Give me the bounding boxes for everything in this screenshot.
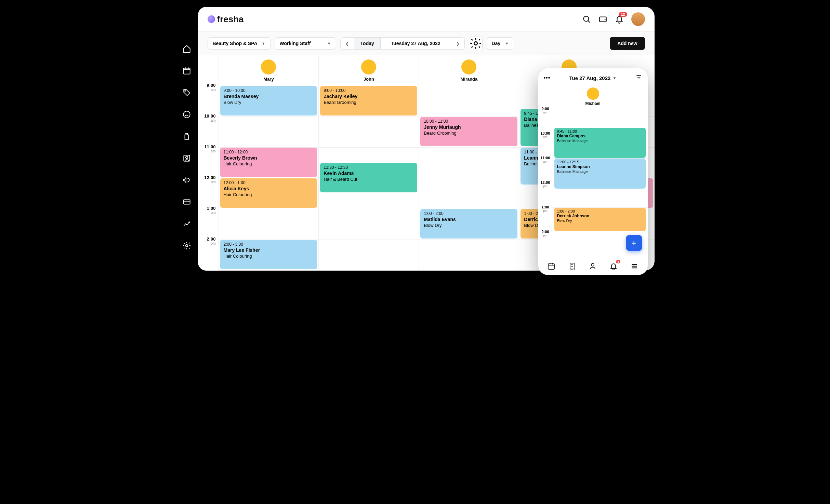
appointment[interactable]: 11:00 - 12:00Beverly BrownHair Colouring: [220, 148, 317, 177]
prev-day-button[interactable]: ❮: [341, 38, 354, 49]
smile-icon[interactable]: [182, 110, 191, 119]
staff-column-miranda: Miranda 10:00 - 11:00Jenny MurtaughBeard…: [419, 55, 519, 271]
svg-point-2: [183, 111, 190, 118]
mobile-bottom-nav: 3: [538, 257, 648, 275]
appointment[interactable]: 1:00 - 2:00Matilda EvansBlow Dry: [420, 209, 517, 239]
sidebar: [176, 7, 198, 271]
card-icon[interactable]: [182, 197, 191, 206]
svg-point-11: [591, 263, 594, 266]
svg-point-6: [186, 245, 188, 247]
profile-tab-icon[interactable]: [589, 262, 597, 270]
appointment[interactable]: 10:00 - 11:00Jenny MurtaughBeard Groomin…: [420, 117, 517, 146]
staff-column-john: John 9:00 - 10:00Zachary KelleyBeard Gro…: [318, 55, 419, 271]
notification-badge: 12: [619, 12, 627, 17]
appointment[interactable]: 9:45 - 11:00Diana CamposBalinese Massage: [554, 128, 646, 158]
menu-tab-icon[interactable]: [630, 262, 638, 270]
mobile-app: ••• Tue 27 Aug, 2022▼ Michael 9:00am 10:…: [538, 68, 648, 275]
megaphone-icon[interactable]: [182, 176, 191, 185]
chevron-down-icon: ▼: [505, 41, 509, 45]
mobile-date-picker[interactable]: Tue 27 Aug, 2022▼: [569, 75, 617, 81]
svg-point-9: [474, 42, 477, 45]
toolbar: Beauty Shop & SPA▼ Working Staff▼ ❮ Toda…: [198, 32, 655, 55]
topbar: fresha 12: [198, 7, 655, 32]
appointment[interactable]: 11:30 - 12:30Kevin AdamsHair & Beard Cut: [320, 163, 417, 192]
appointment[interactable]: 2:00 - 3:00Mary Lee FisherHair Colouring: [220, 240, 317, 269]
appointment[interactable]: 11:00 - 12:15Leanne SimpsonBalinese Mass…: [554, 159, 646, 189]
view-dropdown[interactable]: Day▼: [487, 37, 514, 50]
logo: fresha: [208, 14, 244, 25]
home-icon[interactable]: [182, 44, 191, 53]
appointment[interactable]: 12:00 - 1:00Alicia KeysHair Colouring: [220, 178, 317, 208]
appointment[interactable]: 9:00 - 10:00Zachary KelleyBeard Grooming: [320, 86, 417, 115]
calendar-tab-icon[interactable]: [547, 262, 555, 270]
appointment[interactable]: 9:00 - 10:00Brenda MasseyBlow Dry: [220, 86, 317, 115]
gear-icon[interactable]: [182, 241, 191, 250]
chevron-down-icon: ▼: [327, 41, 331, 45]
svg-rect-0: [183, 68, 190, 74]
wallet-icon[interactable]: [598, 15, 607, 24]
svg-point-1: [185, 91, 185, 91]
mobile-notification-badge: 3: [616, 260, 620, 263]
logo-text: fresha: [217, 14, 244, 25]
product-icon[interactable]: [182, 132, 191, 141]
chevron-down-icon: ▼: [612, 76, 616, 80]
user-avatar[interactable]: [631, 12, 645, 26]
receipt-tab-icon[interactable]: [568, 262, 576, 270]
date-picker-group: ❮ Today Tuesday 27 Aug, 2022 ❯: [340, 37, 465, 50]
mobile-header: ••• Tue 27 Aug, 2022▼: [538, 68, 648, 87]
today-button[interactable]: Today: [354, 38, 381, 49]
next-day-button[interactable]: ❯: [451, 38, 464, 49]
current-date[interactable]: Tuesday 27 Aug, 2022: [381, 38, 451, 49]
chart-icon[interactable]: [182, 219, 191, 228]
staff-dropdown[interactable]: Working Staff▼: [275, 37, 336, 50]
settings-button[interactable]: [469, 37, 483, 50]
svg-point-7: [583, 16, 589, 21]
staff-column-mary: Mary 9:00 - 10:00Brenda MasseyBlow Dry11…: [219, 55, 319, 271]
mobile-staff-header: Michael: [538, 87, 648, 109]
calendar-icon[interactable]: [182, 66, 191, 75]
bell-icon[interactable]: 12: [615, 15, 624, 24]
location-dropdown[interactable]: Beauty Shop & SPA▼: [208, 37, 271, 50]
appointment[interactable]: 1:00 - 2:00Derrick JohnsonBlow Dry: [554, 208, 646, 231]
tag-icon[interactable]: [182, 88, 191, 97]
add-fab[interactable]: +: [626, 235, 642, 251]
filter-icon[interactable]: [635, 74, 642, 82]
mobile-menu-icon[interactable]: •••: [544, 75, 551, 81]
time-column: 9:00am 10:00am 11:00am 12:00pm 1:00pm 2:…: [198, 55, 219, 271]
search-icon[interactable]: [582, 15, 591, 24]
svg-rect-5: [183, 200, 190, 204]
contact-icon[interactable]: [182, 154, 191, 163]
svg-point-4: [186, 156, 188, 159]
add-new-button[interactable]: Add new: [610, 37, 645, 50]
logo-icon: [208, 15, 215, 23]
svg-rect-10: [548, 264, 554, 269]
bell-tab-icon[interactable]: 3: [609, 262, 618, 270]
chevron-down-icon: ▼: [262, 41, 265, 45]
